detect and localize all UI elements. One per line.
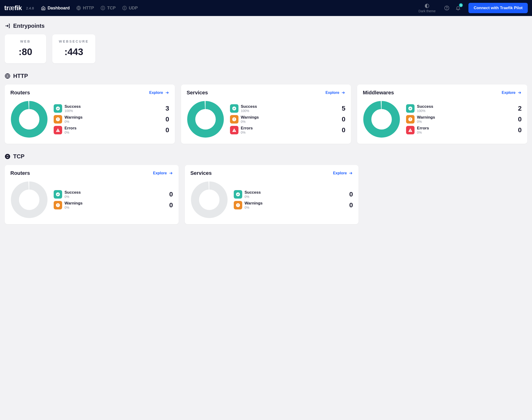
- svg-point-21: [367, 105, 396, 134]
- check-circle-icon: [406, 104, 414, 113]
- errors-count: 0: [338, 126, 345, 134]
- nav-dashboard[interactable]: Dashboard: [41, 6, 70, 11]
- stat-warnings-row: Warnings0% 0: [54, 115, 169, 123]
- section-tcp: TCP Routers Explore: [5, 153, 527, 224]
- tcp-services-card: Services Explore Success0% 0: [185, 165, 359, 224]
- nav-dashboard-label: Dashboard: [47, 6, 70, 11]
- stat-warnings-row: Warnings0% 0: [54, 201, 173, 210]
- success-count: 3: [162, 105, 169, 112]
- svg-point-27: [410, 131, 410, 132]
- svg-rect-26: [410, 130, 411, 131]
- error-triangle-icon: [54, 126, 62, 134]
- donut-chart: [187, 101, 224, 138]
- donut-chart: [10, 181, 48, 219]
- errors-label: Errors: [64, 126, 160, 131]
- entrypoint-card[interactable]: WEB :80: [5, 34, 46, 63]
- http-routers-card: Routers Explore Success100% 3: [5, 85, 175, 144]
- svg-point-25: [410, 120, 410, 120]
- help-button[interactable]: [442, 4, 451, 12]
- notification-badge: 1: [459, 3, 463, 7]
- svg-rect-37: [238, 204, 238, 205]
- entrypoints-list: WEB :80 WEBSECURE :443: [5, 34, 527, 63]
- warnings-label: Warnings: [64, 115, 160, 120]
- success-count: 0: [166, 191, 173, 198]
- success-count: 0: [346, 191, 353, 198]
- explore-link[interactable]: Explore: [502, 90, 522, 95]
- nav-udp-label: UDP: [129, 6, 138, 11]
- stat-success-row: Success0% 0: [54, 190, 173, 199]
- nav-tcp[interactable]: TCP: [101, 6, 116, 11]
- card-title: Services: [187, 90, 208, 96]
- http-services-card: Services Explore Success100% 5: [181, 85, 351, 144]
- success-label: Success: [244, 190, 344, 195]
- explore-link[interactable]: Explore: [153, 171, 173, 175]
- section-entrypoints: Entrypoints WEB :80 WEBSECURE :443: [5, 23, 527, 63]
- error-triangle-icon: [406, 126, 414, 134]
- errors-pct: 0%: [241, 131, 336, 134]
- svg-rect-17: [234, 118, 234, 120]
- help-icon: [444, 5, 449, 11]
- nav-udp[interactable]: UDP: [122, 6, 138, 11]
- section-http: HTTP Routers Explore: [5, 73, 527, 144]
- warning-circle-icon: [54, 201, 62, 210]
- svg-rect-32: [58, 204, 58, 205]
- success-label: Success: [64, 104, 160, 109]
- stat-errors-row: Errors0% 0: [230, 126, 346, 134]
- http-cards: Routers Explore Success100% 3: [5, 85, 527, 144]
- success-count: 5: [338, 105, 345, 112]
- section-header-entrypoints: Entrypoints: [5, 23, 527, 29]
- explore-link[interactable]: Explore: [149, 90, 169, 95]
- arrow-right-icon: [341, 90, 345, 95]
- explore-link[interactable]: Explore: [326, 90, 346, 95]
- connect-pilot-button[interactable]: Connect with Traefik Pilot: [469, 3, 528, 13]
- warning-circle-icon: [234, 201, 242, 210]
- warnings-count: 0: [515, 116, 522, 123]
- warnings-pct: 0%: [417, 120, 512, 123]
- nav: Dashboard HTTP TCP UDP: [41, 6, 138, 11]
- success-pct: 0%: [244, 195, 344, 199]
- explore-label: Explore: [333, 171, 347, 175]
- arrow-right-icon: [165, 90, 169, 95]
- topbar: træfik 2.4.8 Dashboard HTTP TCP UDP Dark…: [0, 0, 532, 16]
- warnings-label: Warnings: [64, 201, 164, 206]
- theme-toggle[interactable]: Dark theme: [419, 3, 436, 13]
- error-triangle-icon: [230, 126, 239, 134]
- logo: træfik: [4, 4, 22, 12]
- card-title: Routers: [10, 90, 30, 96]
- card-title: Routers: [10, 170, 30, 176]
- success-count: 2: [515, 105, 522, 112]
- svg-point-28: [5, 154, 10, 159]
- explore-label: Explore: [502, 90, 516, 95]
- success-label: Success: [64, 190, 164, 195]
- tcp-cards: Routers Explore Success0% 0: [5, 165, 527, 224]
- success-pct: 100%: [64, 109, 160, 113]
- explore-link[interactable]: Explore: [333, 171, 353, 175]
- svg-point-33: [58, 206, 58, 206]
- stat-success-row: Success100% 3: [54, 104, 169, 113]
- explore-label: Explore: [153, 171, 167, 175]
- warnings-pct: 0%: [244, 206, 344, 210]
- stat-warnings-row: Warnings0% 0: [406, 115, 522, 123]
- version-label: 2.4.8: [26, 6, 34, 10]
- errors-count: 0: [162, 126, 169, 134]
- svg-point-38: [238, 206, 238, 206]
- nav-http-label: HTTP: [83, 6, 94, 11]
- nav-http[interactable]: HTTP: [76, 6, 94, 11]
- card-title: Services: [190, 170, 212, 176]
- donut-chart: [10, 101, 48, 138]
- stat-errors-row: Errors0% 0: [54, 126, 169, 134]
- section-header-http: HTTP: [5, 73, 527, 79]
- check-circle-icon: [54, 190, 62, 199]
- http-title: HTTP: [13, 73, 28, 79]
- stat-warnings-row: Warnings0% 0: [234, 201, 353, 210]
- svg-rect-24: [410, 118, 411, 120]
- entrypoint-card[interactable]: WEBSECURE :443: [52, 34, 95, 63]
- tcp-routers-card: Routers Explore Success0% 0: [5, 165, 179, 224]
- warnings-count: 0: [338, 116, 345, 123]
- warnings-count: 0: [346, 201, 353, 209]
- nav-tcp-label: TCP: [107, 6, 116, 11]
- notifications-button[interactable]: 1: [454, 4, 462, 12]
- entrypoints-title: Entrypoints: [13, 23, 45, 29]
- entrypoint-port: :443: [59, 46, 89, 57]
- arrow-right-icon: [169, 171, 173, 175]
